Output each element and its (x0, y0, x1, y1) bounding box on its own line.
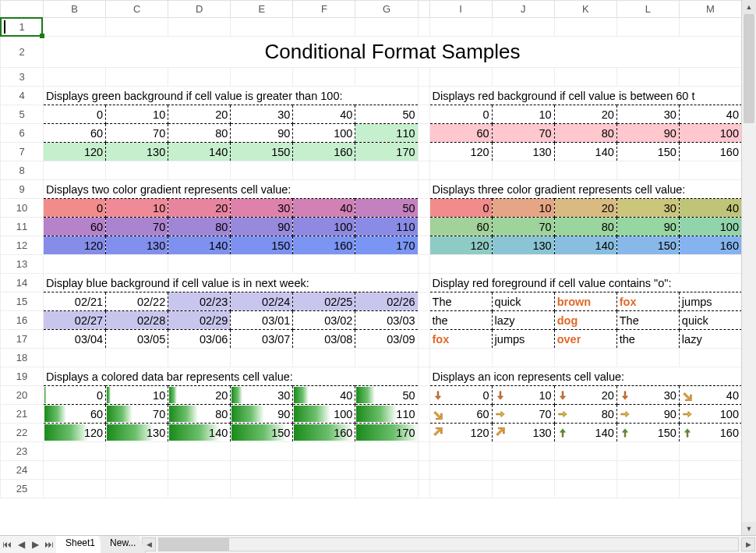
col-header[interactable]: M (679, 1, 741, 18)
cell[interactable] (231, 480, 293, 498)
cell[interactable] (44, 68, 106, 87)
cell[interactable]: jumps (679, 292, 741, 311)
cell[interactable] (616, 349, 679, 367)
cell[interactable] (554, 480, 616, 498)
cell[interactable]: 60 (44, 218, 106, 236)
tab-nav-prev-icon[interactable]: ◀ (14, 536, 28, 553)
block-header[interactable]: Displays two color gradient represents c… (44, 180, 418, 199)
cell[interactable] (106, 18, 168, 37)
cell[interactable]: 100 (293, 218, 355, 236)
cell[interactable]: 02/29 (168, 311, 231, 330)
col-header[interactable]: G (355, 1, 418, 18)
cell[interactable] (355, 442, 418, 461)
block-header[interactable]: Displays red background if cell value is… (429, 87, 741, 105)
cell[interactable] (492, 480, 554, 498)
cell[interactable] (616, 255, 679, 274)
cell[interactable] (492, 18, 554, 37)
cell[interactable] (293, 480, 355, 498)
row-header[interactable]: 23 (1, 442, 44, 461)
cell[interactable]: 10 (106, 105, 168, 124)
cell[interactable]: The (429, 292, 492, 311)
cell[interactable]: 0 (429, 105, 492, 124)
cell[interactable]: brown (554, 292, 616, 311)
cell[interactable]: 02/21 (44, 292, 106, 311)
scroll-right-icon[interactable]: ▶ (741, 537, 755, 551)
cell[interactable] (168, 255, 231, 274)
cell[interactable] (679, 255, 741, 274)
cell[interactable]: 0 (44, 105, 106, 124)
cell[interactable]: 140 (168, 236, 231, 255)
cell[interactable]: 120 (429, 424, 492, 442)
cell[interactable] (679, 68, 741, 87)
cell[interactable]: 100 (679, 405, 741, 424)
cell[interactable]: 130 (106, 424, 168, 442)
cell[interactable]: lazy (492, 311, 554, 330)
cell[interactable]: 160 (293, 143, 355, 161)
cell[interactable]: 160 (679, 236, 741, 255)
cell[interactable]: 100 (293, 124, 355, 143)
cell[interactable] (231, 442, 293, 461)
cell[interactable] (616, 442, 679, 461)
cell[interactable]: 60 (44, 124, 106, 143)
block-header[interactable]: Display blue background if cell value is… (44, 274, 418, 292)
cell[interactable]: 60 (429, 218, 492, 236)
cell[interactable]: 03/09 (355, 330, 418, 349)
block-header[interactable]: Displays an icon represents cell value: (429, 367, 741, 386)
cell[interactable]: 80 (554, 124, 616, 143)
cell[interactable] (231, 255, 293, 274)
cell[interactable] (429, 442, 492, 461)
block-header[interactable]: Displays three color gradient represents… (429, 180, 741, 199)
cell[interactable] (429, 480, 492, 498)
cell[interactable]: 140 (168, 143, 231, 161)
cell[interactable]: 03/08 (293, 330, 355, 349)
cell[interactable]: jumps (492, 330, 554, 349)
cell[interactable]: 150 (616, 424, 679, 442)
cell[interactable] (293, 18, 355, 37)
cell[interactable]: 100 (293, 405, 355, 424)
cell[interactable]: 70 (492, 405, 554, 424)
cell[interactable]: the (429, 311, 492, 330)
row-header[interactable]: 22 (1, 424, 44, 442)
cell[interactable]: 20 (168, 105, 231, 124)
cell[interactable] (616, 480, 679, 498)
cell[interactable]: 130 (492, 424, 554, 442)
cell[interactable] (429, 255, 492, 274)
row-header[interactable]: 3 (1, 68, 44, 87)
cell[interactable]: 170 (355, 143, 418, 161)
cell[interactable]: 03/02 (293, 311, 355, 330)
cell[interactable] (679, 480, 741, 498)
block-header[interactable]: Displays a colored data bar represents c… (44, 367, 418, 386)
scroll-up-icon[interactable]: ▲ (742, 0, 756, 14)
row-header[interactable]: 12 (1, 236, 44, 255)
cell[interactable] (429, 461, 492, 480)
cell[interactable]: 170 (355, 236, 418, 255)
cell[interactable] (554, 161, 616, 180)
row-header[interactable]: 14 (1, 274, 44, 292)
cell[interactable]: 70 (492, 218, 554, 236)
row-header[interactable]: 20 (1, 386, 44, 405)
cell[interactable]: 30 (231, 105, 293, 124)
col-header[interactable]: E (231, 1, 293, 18)
cell[interactable]: 70 (106, 405, 168, 424)
cell[interactable] (355, 349, 418, 367)
cell[interactable]: 150 (616, 236, 679, 255)
cell[interactable] (168, 442, 231, 461)
col-header[interactable]: B (44, 1, 106, 18)
cell[interactable]: 40 (293, 199, 355, 218)
cell[interactable]: 03/05 (106, 330, 168, 349)
cell[interactable]: 10 (492, 105, 554, 124)
select-all-corner[interactable] (1, 1, 44, 18)
cell[interactable]: 20 (554, 199, 616, 218)
cell[interactable]: 80 (554, 405, 616, 424)
cell[interactable]: 70 (492, 124, 554, 143)
col-header[interactable]: K (554, 1, 616, 18)
cell[interactable]: 160 (293, 236, 355, 255)
block-header[interactable]: Display red foreground if cell value con… (429, 274, 741, 292)
cell[interactable] (554, 461, 616, 480)
cell[interactable] (231, 461, 293, 480)
cell[interactable]: 140 (554, 143, 616, 161)
cell[interactable] (106, 480, 168, 498)
cell[interactable] (679, 461, 741, 480)
cell[interactable]: 80 (554, 218, 616, 236)
cell[interactable] (44, 480, 106, 498)
